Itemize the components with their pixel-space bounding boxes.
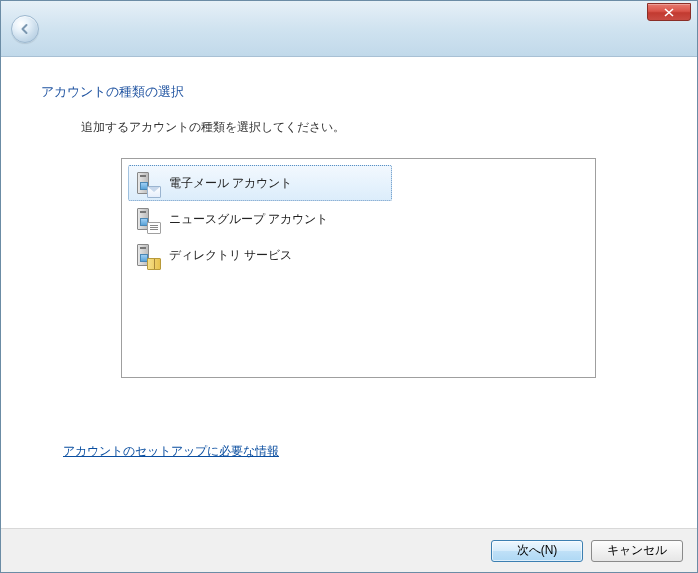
back-button[interactable] <box>11 15 39 43</box>
option-label: ニュースグループ アカウント <box>169 211 328 228</box>
email-account-icon <box>135 169 159 197</box>
titlebar <box>1 1 697 57</box>
next-button[interactable]: 次へ(N) <box>491 540 583 562</box>
account-type-list: 電子メール アカウント ニュースグループ アカウント ディレクトリ サービス <box>121 158 596 378</box>
wizard-window: アカウントの種類の選択 追加するアカウントの種類を選択してください。 電子メール… <box>0 0 698 573</box>
option-email-account[interactable]: 電子メール アカウント <box>128 165 392 201</box>
page-heading: アカウントの種類の選択 <box>41 83 657 101</box>
close-button[interactable] <box>647 3 691 21</box>
newsgroup-account-icon <box>135 205 159 233</box>
arrow-left-icon <box>18 22 32 36</box>
content-area: アカウントの種類の選択 追加するアカウントの種類を選択してください。 電子メール… <box>1 57 697 528</box>
setup-info-link[interactable]: アカウントのセットアップに必要な情報 <box>63 443 279 460</box>
footer: 次へ(N) キャンセル <box>1 528 697 572</box>
option-directory-service[interactable]: ディレクトリ サービス <box>128 237 589 273</box>
option-label: 電子メール アカウント <box>169 175 292 192</box>
option-newsgroup-account[interactable]: ニュースグループ アカウント <box>128 201 589 237</box>
close-icon <box>664 8 674 17</box>
option-label: ディレクトリ サービス <box>169 247 292 264</box>
directory-service-icon <box>135 241 159 269</box>
instruction-text: 追加するアカウントの種類を選択してください。 <box>81 119 657 136</box>
cancel-button[interactable]: キャンセル <box>591 540 683 562</box>
